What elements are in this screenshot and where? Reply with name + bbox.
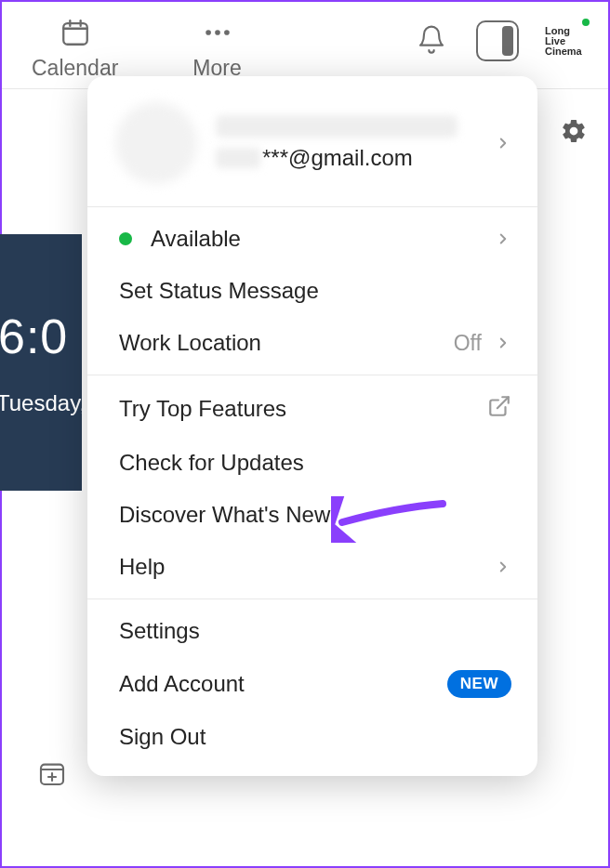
- help-item[interactable]: Help: [87, 541, 537, 593]
- panel-toggle-button[interactable]: [476, 20, 519, 61]
- email-redacted-prefix: [216, 148, 260, 168]
- more-icon: [199, 17, 236, 48]
- clock-day: Tuesday,: [0, 390, 82, 416]
- chevron-right-icon: [495, 226, 511, 252]
- panel-bar-icon: [502, 26, 513, 56]
- svg-rect-0: [63, 23, 87, 45]
- svg-line-5: [497, 397, 509, 408]
- available-label: Available: [151, 226, 241, 252]
- set-status-label: Set Status Message: [119, 278, 319, 304]
- sign-out-item[interactable]: Sign Out: [87, 711, 537, 763]
- calendar-icon: [60, 17, 91, 48]
- presence-dot-icon: [580, 17, 591, 28]
- work-location-value: Off: [454, 331, 482, 356]
- bell-icon: [417, 24, 446, 58]
- add-account-label: Add Account: [119, 671, 245, 697]
- new-badge: NEW: [447, 670, 511, 698]
- calendar-tab[interactable]: Calendar: [32, 17, 118, 81]
- profile-button[interactable]: Long Live Cinema: [543, 17, 591, 65]
- chevron-right-icon: [495, 330, 511, 356]
- check-updates-label: Check for Updates: [119, 450, 304, 476]
- whats-new-item[interactable]: Discover What's New: [87, 489, 537, 541]
- external-link-icon: [487, 394, 511, 424]
- status-dot-icon: [119, 232, 132, 245]
- content-area: 6:0 Tuesday, ***@gmail.com Available: [0, 89, 610, 868]
- settings-label: Settings: [119, 618, 200, 644]
- chevron-right-icon: [495, 130, 511, 156]
- menu-divider: [87, 206, 537, 207]
- menu-divider: [87, 375, 537, 375]
- top-features-item[interactable]: Try Top Features: [87, 381, 537, 437]
- settings-item[interactable]: Settings: [87, 605, 537, 657]
- top-features-label: Try Top Features: [119, 396, 286, 422]
- notifications-button[interactable]: [411, 20, 452, 61]
- add-calendar-button[interactable]: [37, 758, 69, 790]
- account-email: ***@gmail.com: [216, 145, 495, 171]
- svg-point-1: [206, 30, 211, 35]
- work-location-label: Work Location: [119, 330, 261, 356]
- account-text: ***@gmail.com: [216, 115, 495, 171]
- account-row[interactable]: ***@gmail.com: [87, 87, 537, 204]
- add-account-item[interactable]: Add Account NEW: [87, 657, 537, 711]
- help-label: Help: [119, 554, 165, 580]
- chevron-right-icon: [495, 554, 511, 580]
- today-card: 6:0 Tuesday,: [0, 234, 82, 491]
- avatar: [115, 102, 197, 184]
- svg-point-2: [215, 30, 220, 35]
- whats-new-label: Discover What's New: [119, 502, 330, 528]
- settings-gear-button[interactable]: [560, 117, 588, 149]
- check-updates-item[interactable]: Check for Updates: [87, 437, 537, 489]
- work-location-item[interactable]: Work Location Off: [87, 317, 537, 369]
- set-status-item[interactable]: Set Status Message: [87, 265, 537, 317]
- more-tab[interactable]: More: [192, 17, 241, 81]
- clock-time: 6:0: [0, 309, 82, 364]
- account-name-redacted: [216, 115, 458, 138]
- svg-point-3: [224, 30, 230, 35]
- menu-divider: [87, 598, 537, 599]
- status-available-item[interactable]: Available: [87, 213, 537, 265]
- profile-menu: ***@gmail.com Available Set Status Messa…: [87, 76, 537, 776]
- sign-out-label: Sign Out: [119, 724, 206, 750]
